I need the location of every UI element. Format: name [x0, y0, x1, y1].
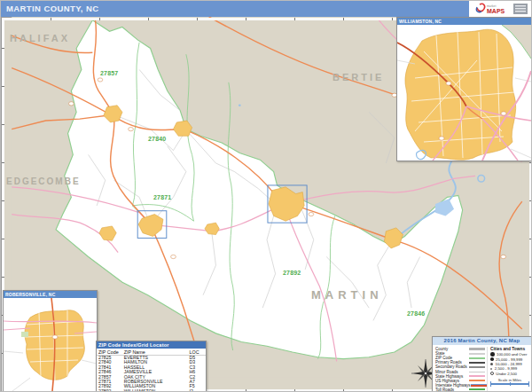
city-class-row: Under 2,500 — [490, 372, 529, 376]
inset-williamston-map — [397, 25, 531, 161]
city-dot-icon — [490, 357, 494, 361]
secondary-road-sample — [469, 366, 485, 368]
brand-logo: market MAPS — [474, 2, 529, 16]
scale-bar: Scale in Miles — [490, 378, 529, 385]
zip-label-27871: 27871 — [153, 194, 171, 200]
zip-label-27892: 27892 — [283, 270, 301, 276]
county-label-edgecombe: EDGECOMBE — [6, 176, 81, 186]
city-dot-icon — [490, 363, 493, 365]
inset-williamston: WILLIAMSTON, NC — [396, 17, 532, 161]
inset-robersonville: ROBERSONVILLE, NC — [3, 290, 98, 392]
logo-brand-text: MAPS — [487, 8, 505, 14]
us-highway-sample — [469, 380, 485, 381]
logo-panel: market MAPS — [469, 1, 532, 17]
zip-label-27857: 27857 — [100, 70, 118, 76]
city-dot-icon — [490, 352, 495, 357]
legend-item: Toll Roads — [435, 388, 487, 392]
pond — [239, 104, 241, 106]
minor-road-sample — [469, 372, 485, 372]
zip-table-header-row: ZIP Code ZIP Name LOC — [97, 349, 206, 356]
zip-line-sample — [469, 357, 485, 359]
legend-symbols-column: County State ZIP Code Primary Roads Seco… — [435, 347, 487, 392]
primary-road-sample — [469, 362, 485, 364]
inset-williamston-title: WILLIAMSTON, NC — [397, 18, 531, 25]
col-zip-code: ZIP Code — [97, 349, 122, 356]
county-line-sample — [469, 348, 485, 350]
county-label-bertie: BERTIE — [332, 72, 384, 82]
interstate-sample — [471, 384, 487, 387]
county-label-martin: MARTIN — [311, 288, 383, 302]
zip-label-27840: 27840 — [148, 136, 166, 142]
legend-title: 2016 Martin County, NC Map — [433, 337, 531, 345]
zip-table: ZIP Code ZIP Name LOC 27825EVERETTSD5 27… — [97, 349, 206, 392]
state-line-sample — [469, 353, 485, 355]
map-legend: 2016 Martin County, NC Map County State … — [432, 336, 532, 392]
zip-table-title: ZIP Code Index/Grid Locator — [97, 341, 206, 349]
title-bar: MARTIN COUNTY, NC — [1, 1, 469, 17]
city-dot-icon — [490, 368, 492, 370]
zip-label-27846: 27846 — [407, 310, 425, 317]
city-dot-icon — [490, 372, 494, 375]
col-loc: LOC — [187, 349, 206, 356]
legend-cities-column: Cities and Towns 100,000 and Over 25,000… — [487, 347, 529, 392]
inset-robersonville-map — [4, 298, 97, 391]
state-highway-sample — [469, 375, 485, 377]
county-map-page: { "window": { "title": "MARTIN COUNTY, N… — [0, 0, 532, 392]
page-title: MARTIN COUNTY, NC — [6, 4, 98, 13]
toll-road-sample — [469, 388, 485, 390]
zip-index-table: ZIP Code Index/Grid Locator ZIP Code ZIP… — [96, 341, 207, 392]
inset-robersonville-title: ROBERSONVILLE, NC — [4, 291, 97, 298]
scale-bar-graphic — [490, 383, 529, 385]
city-class-row: 100,000 and Over — [490, 352, 529, 357]
county-label-halifax: HALIFAX — [10, 33, 70, 43]
col-zip-name: ZIP Name — [122, 349, 188, 356]
